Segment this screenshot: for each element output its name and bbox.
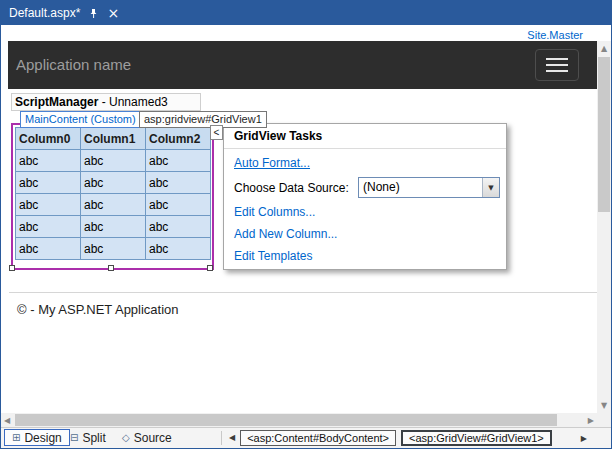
gridview-table[interactable]: Column0 Column1 Column2 abc abc abc abc … (15, 127, 211, 260)
close-icon[interactable]: × (107, 6, 119, 20)
scroll-left-button[interactable]: ◀ (4, 416, 10, 425)
split-view-button[interactable]: ⊟ Split (63, 429, 113, 446)
tab-title: Default.aspx* (9, 6, 80, 20)
source-view-icon: ◇ (122, 432, 130, 443)
add-new-column-link[interactable]: Add New Column... (234, 227, 337, 241)
auto-format-link[interactable]: Auto Format... (234, 156, 310, 170)
gridview-cell[interactable]: abc (146, 172, 211, 194)
choose-data-source-label: Choose Data Source: (234, 181, 349, 195)
vertical-scroll-thumb[interactable] (598, 57, 610, 212)
gridview-tag[interactable]: asp:gridview#GridView1 (139, 111, 267, 128)
tag-breadcrumb-content[interactable]: <asp:Content#BodyContent> (240, 430, 396, 446)
document-tab-bar: Default.aspx* × (1, 1, 611, 25)
gridview-cell[interactable]: abc (146, 216, 211, 238)
tag-breadcrumb-gridview[interactable]: <asp:GridView#GridView1> (401, 430, 552, 446)
scroll-right-button[interactable]: ▶ (588, 416, 594, 425)
data-source-dropdown[interactable]: (None) ▼ (358, 177, 500, 198)
chevron-down-icon: ▼ (488, 184, 493, 192)
gridview-cell[interactable]: abc (16, 194, 81, 216)
maincontent-tag[interactable]: MainContent (Custom) (20, 111, 141, 128)
selection-handle[interactable] (207, 265, 213, 271)
hamburger-bar (546, 58, 568, 60)
footer-text: © - My ASP.NET Application (17, 302, 179, 317)
toolbar-divider (221, 431, 222, 445)
footer-divider (9, 292, 597, 293)
selection-handle[interactable] (108, 265, 114, 271)
scriptmanager-name: ScriptManager (15, 95, 98, 109)
source-view-button[interactable]: ◇ Source (115, 429, 179, 446)
edit-columns-link[interactable]: Edit Columns... (234, 205, 315, 219)
gridview-row: abc abc abc (16, 150, 211, 172)
pin-icon[interactable] (88, 8, 99, 19)
gridview-cell[interactable]: abc (81, 194, 146, 216)
gridview-cell[interactable]: abc (146, 150, 211, 172)
horizontal-scroll-thumb[interactable] (15, 414, 557, 426)
gridview-row: abc abc abc (16, 216, 211, 238)
view-toolbar: ⊞ Design ⊟ Split ◇ Source ◀ <asp:Content… (1, 427, 611, 448)
hamburger-bar (546, 70, 568, 72)
gridview-row: abc abc abc (16, 172, 211, 194)
gridview-cell[interactable]: abc (16, 238, 81, 260)
gridview-cell[interactable]: abc (16, 216, 81, 238)
gridview-cell[interactable]: abc (81, 216, 146, 238)
gridview-cell[interactable]: abc (146, 238, 211, 260)
master-page-strip: Site.Master (1, 25, 597, 41)
hamburger-bar (546, 64, 568, 66)
tab-default-aspx[interactable]: Default.aspx* × (1, 1, 129, 25)
scriptmanager-suffix: - Unnamed3 (98, 95, 167, 109)
gridview-cell[interactable]: abc (146, 194, 211, 216)
vertical-scrollbar[interactable]: ▲ ▼ (597, 41, 611, 413)
design-view-button[interactable]: ⊞ Design (4, 429, 70, 446)
gridview-cell[interactable]: abc (81, 172, 146, 194)
panel-separator (224, 148, 506, 149)
gridview-cell[interactable]: abc (16, 150, 81, 172)
gridview-column-header[interactable]: Column0 (16, 128, 81, 150)
gridview-tasks-panel: GridView Tasks Auto Format... Choose Dat… (223, 123, 507, 270)
site-master-link[interactable]: Site.Master (527, 29, 583, 41)
smart-tag-collapse-button[interactable]: < (210, 125, 223, 140)
gridview-row: abc abc abc (16, 238, 211, 260)
vs-designer-window: Default.aspx* × Site.Master Application … (0, 0, 612, 449)
horizontal-scrollbar[interactable]: ◀ ▶ (1, 413, 597, 427)
hamburger-menu-icon[interactable] (535, 49, 579, 81)
selection-handle[interactable] (9, 265, 15, 271)
split-view-icon: ⊟ (70, 432, 78, 443)
application-name: Application name (16, 41, 131, 89)
edit-templates-link[interactable]: Edit Templates (234, 249, 313, 263)
tag-navigator: ◀ <asp:Content#BodyContent> <asp:GridVie… (229, 429, 552, 446)
page-header: Application name (8, 41, 597, 89)
tag-nav-left-arrow[interactable]: ◀ (229, 433, 235, 442)
design-view-label: Design (24, 431, 61, 445)
split-view-label: Split (82, 431, 105, 445)
gridview-column-header[interactable]: Column1 (81, 128, 146, 150)
data-source-value: (None) (363, 178, 400, 197)
gridview-cell[interactable]: abc (16, 172, 81, 194)
gridview-header-row: Column0 Column1 Column2 (16, 128, 211, 150)
scrollbar-corner (597, 413, 611, 427)
scroll-up-button[interactable]: ▲ (597, 44, 611, 53)
gridview-row: abc abc abc (16, 194, 211, 216)
dropdown-arrow-button[interactable]: ▼ (482, 178, 499, 197)
gridview-column-header[interactable]: Column2 (146, 128, 211, 150)
tag-nav-right-arrow[interactable]: ▶ (581, 434, 587, 443)
gridview-cell[interactable]: abc (81, 238, 146, 260)
scroll-down-button[interactable]: ▼ (597, 401, 611, 410)
panel-title: GridView Tasks (234, 129, 322, 143)
gridview-cell[interactable]: abc (81, 150, 146, 172)
source-view-label: Source (134, 431, 172, 445)
scriptmanager-control[interactable]: ScriptManager - Unnamed3 (11, 93, 201, 111)
design-view-icon: ⊞ (12, 432, 20, 443)
